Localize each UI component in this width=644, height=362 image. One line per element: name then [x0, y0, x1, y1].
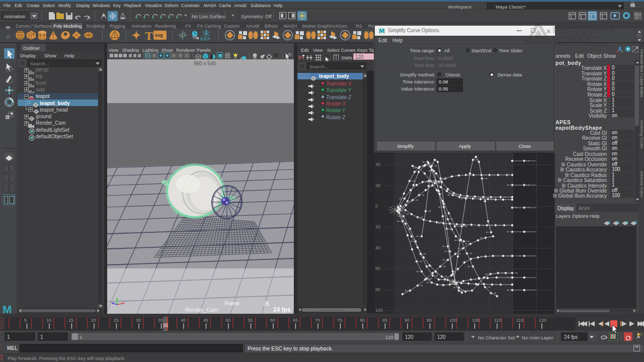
svg-text:WORKS™: WORKS™	[552, 34, 602, 45]
svg-text:PROTOTYPE: PROTOTYPE	[552, 25, 616, 35]
